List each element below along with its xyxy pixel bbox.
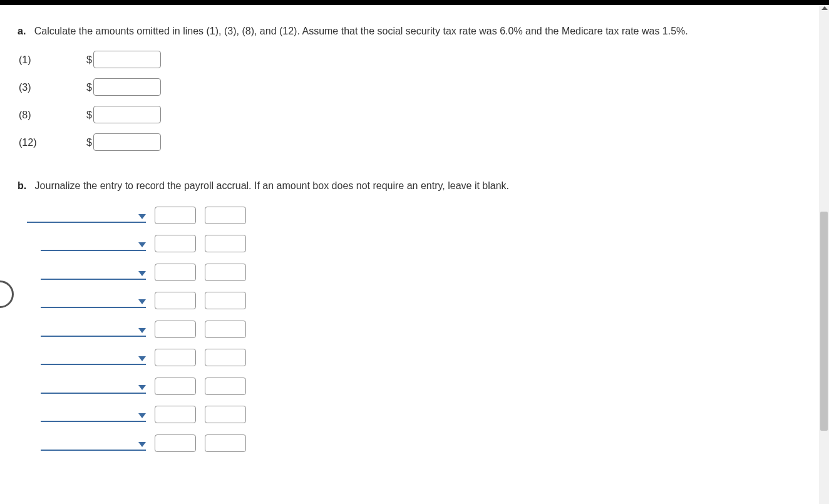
line-8-input[interactable] <box>93 106 161 123</box>
part-b-text: Journalize the entry to record the payro… <box>35 180 509 191</box>
window-top-border <box>0 0 829 5</box>
credit-input[interactable] <box>205 378 246 395</box>
account-field[interactable] <box>27 208 146 223</box>
credit-input[interactable] <box>205 406 246 423</box>
account-dropdown[interactable] <box>41 262 146 280</box>
account-dropdown[interactable] <box>41 319 146 337</box>
debit-input[interactable] <box>155 435 196 452</box>
account-field[interactable] <box>41 322 146 337</box>
account-dropdown[interactable] <box>41 433 146 451</box>
journal-row <box>41 433 811 451</box>
credit-input[interactable] <box>205 292 246 309</box>
journal-entry-grid <box>27 205 811 451</box>
account-field[interactable] <box>41 293 146 308</box>
account-field[interactable] <box>41 407 146 422</box>
line-1-input[interactable] <box>93 51 161 68</box>
line-1-label: (1) <box>18 51 86 68</box>
journal-row <box>41 234 811 252</box>
currency-symbol: $ <box>86 106 92 123</box>
account-dropdown[interactable] <box>41 348 146 366</box>
line-3-input[interactable] <box>93 78 161 96</box>
scrollbar-thumb[interactable] <box>820 212 828 431</box>
question-content: a. Calculate the amounts omitted in line… <box>0 5 829 457</box>
debit-input[interactable] <box>155 292 196 309</box>
credit-input[interactable] <box>205 435 246 452</box>
journal-row <box>41 348 811 366</box>
account-field[interactable] <box>41 265 146 280</box>
journal-row <box>41 291 811 309</box>
part-b-label: b. <box>18 180 26 191</box>
journal-row <box>41 376 811 394</box>
account-dropdown[interactable] <box>27 205 146 223</box>
amount-grid: (1) $ (3) $ (8) $ (12) $ <box>18 51 205 151</box>
line-12-label: (12) <box>18 134 86 151</box>
account-field[interactable] <box>41 436 146 451</box>
vertical-scrollbar[interactable] <box>819 5 829 504</box>
part-a-text: Calculate the amounts omitted in lines (… <box>34 26 688 36</box>
journal-row <box>41 405 811 423</box>
credit-input[interactable] <box>205 349 246 366</box>
account-field[interactable] <box>41 350 146 365</box>
debit-input[interactable] <box>155 235 196 252</box>
part-a-label: a. <box>18 26 26 36</box>
journal-row <box>41 319 811 337</box>
credit-input[interactable] <box>205 264 246 281</box>
line-8-label: (8) <box>18 106 86 123</box>
account-dropdown[interactable] <box>41 291 146 309</box>
journal-row <box>41 262 811 280</box>
line-3-label: (3) <box>18 79 86 96</box>
account-dropdown[interactable] <box>41 376 146 394</box>
currency-symbol: $ <box>86 51 92 68</box>
debit-input[interactable] <box>155 349 196 366</box>
debit-input[interactable] <box>155 378 196 395</box>
debit-input[interactable] <box>155 264 196 281</box>
credit-input[interactable] <box>205 321 246 338</box>
debit-input[interactable] <box>155 207 196 224</box>
line-12-input[interactable] <box>93 133 161 151</box>
account-dropdown[interactable] <box>41 405 146 423</box>
account-dropdown[interactable] <box>41 234 146 252</box>
debit-input[interactable] <box>155 321 196 338</box>
account-field[interactable] <box>41 379 146 394</box>
part-b: b. Journalize the entry to record the pa… <box>18 177 811 451</box>
debit-input[interactable] <box>155 406 196 423</box>
currency-symbol: $ <box>86 134 92 151</box>
credit-input[interactable] <box>205 235 246 252</box>
part-a: a. Calculate the amounts omitted in line… <box>18 23 811 151</box>
credit-input[interactable] <box>205 207 246 224</box>
currency-symbol: $ <box>86 79 92 96</box>
journal-row <box>27 205 811 223</box>
account-field[interactable] <box>41 236 146 251</box>
scroll-up-icon <box>821 6 828 10</box>
